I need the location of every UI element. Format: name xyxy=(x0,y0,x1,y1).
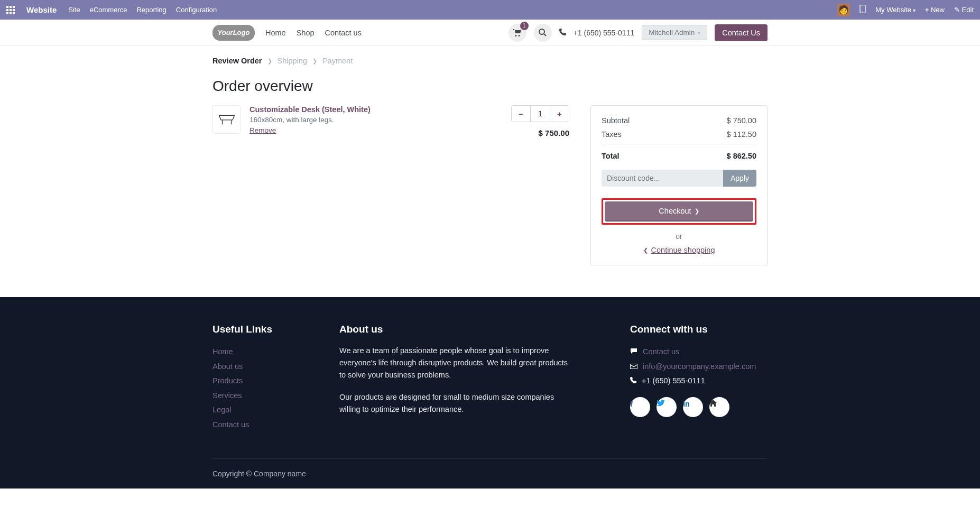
or-text: or xyxy=(602,232,756,241)
twitter-icon[interactable] xyxy=(657,397,677,417)
user-dropdown[interactable]: Mitchell Admin xyxy=(642,25,707,40)
discount-input[interactable] xyxy=(602,170,723,187)
footer-useful-heading: Useful Links xyxy=(212,324,308,335)
chevron-left-icon: ❮ xyxy=(643,247,648,254)
qty-decrease-button[interactable]: − xyxy=(512,106,531,122)
topbar-menu-site[interactable]: Site xyxy=(68,6,80,14)
topbar-menu-configuration[interactable]: Configuration xyxy=(176,6,217,14)
topbar-menu-reporting[interactable]: Reporting xyxy=(136,6,166,14)
product-title[interactable]: Customizable Desk (Steel, White) xyxy=(249,105,466,114)
linkedin-icon[interactable]: in xyxy=(683,397,703,417)
footer-link-products[interactable]: Products xyxy=(212,374,308,389)
order-summary: Subtotal $ 750.00 Taxes $ 112.50 Total $… xyxy=(590,105,768,265)
admin-topbar: Website Site eCommerce Reporting Configu… xyxy=(0,0,980,20)
apps-icon[interactable] xyxy=(6,6,15,14)
nav-shop[interactable]: Shop xyxy=(297,29,315,37)
footer-email[interactable]: info@yourcompany.example.com xyxy=(643,360,756,374)
svg-point-2 xyxy=(539,29,544,34)
line-price: $ 750.00 xyxy=(474,128,569,137)
new-button[interactable]: + New xyxy=(925,6,945,14)
breadcrumb-review: Review Order xyxy=(212,57,262,65)
nav-contact[interactable]: Contact us xyxy=(325,29,362,37)
footer-about-heading: About us xyxy=(339,324,572,335)
total-label: Total xyxy=(602,152,620,160)
taxes-label: Taxes xyxy=(602,130,622,139)
site-header: YourLogo Home Shop Contact us 1 +1 (650)… xyxy=(0,20,980,46)
page-title: Order overview xyxy=(212,78,768,95)
breadcrumb-payment: Payment xyxy=(322,57,353,65)
qty-increase-button[interactable]: + xyxy=(550,106,569,122)
taxes-value: $ 112.50 xyxy=(727,130,756,139)
phone-number: +1 (650) 555-0111 xyxy=(574,29,635,37)
svg-line-3 xyxy=(544,34,546,36)
qty-input[interactable] xyxy=(531,106,550,122)
continue-shopping-link[interactable]: ❮ Continue shopping xyxy=(602,246,756,254)
footer-copyright: Copyright © Company name xyxy=(212,458,768,489)
total-value: $ 862.50 xyxy=(727,152,756,160)
footer-about-p1: We are a team of passionate people whose… xyxy=(339,345,572,382)
nav-home[interactable]: Home xyxy=(265,29,286,37)
footer-connect-heading: Connect with us xyxy=(630,324,768,335)
chat-icon xyxy=(630,345,637,360)
cart-icon[interactable]: 1 xyxy=(509,24,526,42)
footer-link-services[interactable]: Services xyxy=(212,389,308,403)
topbar-brand[interactable]: Website xyxy=(26,5,57,14)
product-description: 160x80cm, with large legs. xyxy=(249,116,466,124)
product-thumbnail xyxy=(212,105,241,134)
apply-button[interactable]: Apply xyxy=(723,170,756,187)
cart-line-item: Customizable Desk (Steel, White) 160x80c… xyxy=(212,105,569,137)
facebook-icon[interactable]: f xyxy=(630,397,650,417)
chevron-right-icon: ❯ xyxy=(695,208,699,215)
logo[interactable]: YourLogo xyxy=(212,25,255,41)
contact-us-button[interactable]: Contact Us xyxy=(715,24,768,41)
phone-icon xyxy=(630,374,636,389)
envelope-icon xyxy=(630,360,637,374)
breadcrumb: Review Order ❯ Shipping ❯ Payment xyxy=(212,57,768,65)
svg-point-1 xyxy=(862,11,863,12)
checkout-button[interactable]: Checkout ❯ xyxy=(605,201,753,222)
subtotal-value: $ 750.00 xyxy=(727,116,756,125)
footer-phone: +1 (650) 555-0111 xyxy=(642,374,705,389)
checkout-highlight: Checkout ❯ xyxy=(602,198,756,225)
footer-link-about[interactable]: About us xyxy=(212,360,308,374)
subtotal-label: Subtotal xyxy=(602,116,630,125)
phone-icon xyxy=(559,29,566,37)
website-selector[interactable]: My Website xyxy=(875,6,915,14)
quantity-stepper: − + xyxy=(511,105,569,122)
remove-link[interactable]: Remove xyxy=(249,126,276,134)
chevron-right-icon: ❯ xyxy=(312,58,317,64)
footer-about-p2: Our products are designed for small to m… xyxy=(339,391,572,416)
home-icon[interactable] xyxy=(709,397,729,417)
footer-link-legal[interactable]: Legal xyxy=(212,403,308,418)
breadcrumb-shipping: Shipping xyxy=(278,57,307,65)
cart-badge: 1 xyxy=(520,22,529,30)
topbar-menu-ecommerce[interactable]: eCommerce xyxy=(90,6,127,14)
footer: Useful Links Home About us Products Serv… xyxy=(0,297,980,489)
edit-button[interactable]: ✎ Edit xyxy=(954,6,974,14)
footer-link-contact[interactable]: Contact us xyxy=(212,418,308,432)
chevron-right-icon: ❯ xyxy=(267,58,272,64)
search-icon[interactable] xyxy=(534,24,552,42)
footer-link-home[interactable]: Home xyxy=(212,345,308,360)
mobile-icon[interactable] xyxy=(859,5,866,15)
avatar[interactable]: 🧑 xyxy=(837,4,850,16)
footer-contact-link[interactable]: Contact us xyxy=(643,345,679,360)
